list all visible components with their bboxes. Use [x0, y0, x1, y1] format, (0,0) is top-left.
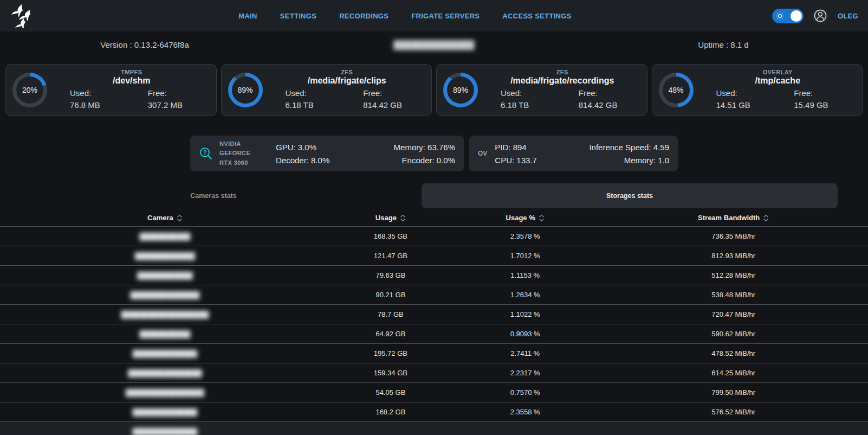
table-row: ████████████████ 159.34 GB 2.2317 % 614.…	[0, 363, 868, 383]
nav-item-settings[interactable]: SETTINGS	[280, 12, 316, 20]
user-icon	[813, 9, 827, 23]
usage-pct-cell: 2.3558 %	[451, 408, 599, 416]
storage-card-tmp-cache: 48% OVERLAY /tmp/cache Used: Free: 14.51…	[652, 64, 863, 116]
nav-item-recordings[interactable]: RECORDINGS	[339, 12, 388, 20]
table-row: ████████████ 79.63 GB 1.1153 % 512.28 Mi…	[0, 266, 868, 285]
camera-name-blurred: ███████████	[0, 233, 330, 240]
bandwidth-cell: 812.93 MiB/hr	[599, 252, 868, 260]
usage-cell: 90.21 GB	[330, 291, 451, 299]
camera-name-blurred: ███████████████████	[0, 311, 330, 318]
table-row: █████████████ 121.47 GB 1.7012 % 812.93 …	[0, 246, 868, 266]
detector-pid: PID: 894	[495, 143, 537, 152]
usage-pct-cell: 0.7570 %	[451, 388, 599, 396]
gpu-search-icon: ?	[199, 146, 213, 161]
free-label: Free:	[347, 87, 425, 100]
usage-cell: 64.92 GB	[330, 330, 451, 338]
hardware-cards-row: ? NVIDIA GEFORCE RTX 3060 GPU: 3.0% Deco…	[0, 136, 868, 171]
usage-pct-cell: 1.1153 %	[451, 271, 599, 279]
stats-tabs: Cameras stats Storages stats	[5, 183, 838, 208]
top-navbar: MAIN SETTINGS RECORDINGS FRIGATE SERVERS…	[0, 0, 868, 31]
main-navigation: MAIN SETTINGS RECORDINGS FRIGATE SERVERS…	[38, 12, 772, 20]
gpu-name: NVIDIA GEFORCE RTX 3060	[219, 139, 273, 167]
usage-cell: 54.05 GB	[330, 388, 451, 396]
free-value: 814.42 GB	[562, 99, 640, 112]
usage-cell: 78.7 GB	[330, 310, 451, 318]
camera-name-blurred: ████████████████	[0, 369, 330, 377]
donut-percent-label: 20%	[12, 73, 47, 107]
gpu-memory: Memory: 63.76%	[394, 143, 455, 152]
table-row: ███████████████████ 78.7 GB 1.1022 % 720…	[0, 305, 868, 324]
table-row: ██████████████ 195.72 GB 2.7411 % 478.52…	[0, 344, 868, 363]
free-label: Free:	[132, 87, 210, 100]
bandwidth-cell: 576.52 MiB/hr	[599, 408, 868, 416]
bandwidth-cell: 538.48 MiB/hr	[599, 291, 868, 299]
column-header-bandwidth[interactable]: Stream Bandwidth	[599, 214, 868, 222]
gpu-decoder: Decoder: 8.0%	[276, 156, 329, 165]
sort-icon	[539, 214, 545, 222]
usage-donut: 20%	[12, 73, 47, 107]
table-row: ██████████████ 168.2 GB 2.3558 % 576.52 …	[0, 402, 868, 422]
gpu-name-line1: NVIDIA GEFORCE	[219, 139, 273, 158]
used-label: Used:	[54, 87, 132, 100]
svg-text:?: ?	[203, 150, 206, 156]
column-header-usage-pct[interactable]: Usage %	[451, 214, 599, 222]
camera-name-blurred: ███████████	[0, 330, 330, 338]
usage-pct-cell: 2.3578 %	[451, 232, 599, 240]
table-row: ███████████ 64.92 GB 0.9093 % 590.62 MiB…	[0, 324, 868, 344]
storage-card-recordings: 89% ZFS /media/frigate/recordings Used: …	[436, 64, 647, 116]
column-label: Usage %	[506, 214, 535, 222]
nav-item-frigate-servers[interactable]: FRIGATE SERVERS	[411, 12, 480, 20]
gpu-usage: GPU: 3.0%	[276, 143, 329, 152]
frigate-logo-icon	[10, 3, 38, 29]
sun-icon	[776, 12, 784, 20]
bandwidth-cell: 799.50 MiB/hr	[599, 388, 868, 396]
table-row-partial: ██████████████	[0, 422, 868, 435]
mount-path: /tmp/cache	[700, 76, 856, 86]
bandwidth-cell: 736.35 MiB/hr	[599, 232, 868, 240]
bandwidth-cell: 720.47 MiB/hr	[599, 310, 868, 318]
username-label[interactable]: OLEG	[838, 12, 858, 20]
camera-name-blurred: ███████████████	[0, 291, 330, 299]
gpu-stats-card: ? NVIDIA GEFORCE RTX 3060 GPU: 3.0% Deco…	[190, 136, 464, 171]
tab-storages-stats[interactable]: Storages stats	[422, 183, 838, 208]
toggle-knob	[791, 10, 802, 22]
column-label: Stream Bandwidth	[698, 214, 760, 222]
usage-pct-cell: 1.2634 %	[451, 291, 599, 299]
camera-name-blurred: █████████████████	[0, 389, 330, 396]
column-header-camera[interactable]: Camera	[0, 214, 330, 222]
free-value: 814.42 GB	[347, 99, 425, 112]
usage-cell: 168.35 GB	[330, 232, 451, 240]
column-header-usage[interactable]: Usage	[330, 214, 451, 222]
usage-cell: 195.72 GB	[330, 349, 451, 357]
detector-cpu: CPU: 133.7	[495, 156, 537, 165]
user-avatar[interactable]	[812, 8, 829, 24]
status-bar: Version : 0.13.2-6476f8a ██████████████ …	[0, 31, 868, 57]
donut-percent-label: 48%	[659, 73, 694, 107]
mount-path: /media/frigate/clips	[269, 76, 425, 86]
free-value: 307.2 MB	[132, 99, 210, 112]
usage-pct-cell: 1.7012 %	[451, 252, 599, 260]
storage-cards-row: 20% TMPFS /dev/shm Used: Free: 76.8 MB 3…	[5, 64, 863, 116]
camera-name-blurred: ████████████	[0, 272, 330, 279]
free-label: Free:	[778, 87, 856, 100]
nav-item-access-settings[interactable]: ACCESS SETTINGS	[502, 12, 571, 20]
mount-path: /media/frigate/recordings	[484, 76, 640, 86]
usage-pct-cell: 2.7411 %	[451, 349, 599, 357]
usage-cell: 79.63 GB	[330, 271, 451, 279]
free-label: Free:	[562, 87, 640, 100]
usage-donut: 89%	[228, 73, 263, 107]
column-label: Camera	[147, 214, 173, 222]
sort-icon	[400, 214, 406, 222]
version-label: Version : 0.13.2-6476f8a	[0, 40, 289, 49]
detector-memory: Memory: 1.0	[589, 156, 669, 165]
detector-inference-speed: Inference Speed: 4.59	[589, 143, 669, 152]
tab-cameras-stats[interactable]: Cameras stats	[5, 183, 422, 208]
table-row: ███████████ 168.35 GB 2.3578 % 736.35 Mi…	[0, 227, 868, 246]
nav-item-main[interactable]: MAIN	[238, 12, 257, 20]
used-value: 76.8 MB	[54, 99, 132, 112]
bandwidth-cell: 590.62 MiB/hr	[599, 330, 868, 338]
fs-type-label: ZFS	[269, 69, 425, 75]
theme-toggle[interactable]	[772, 9, 804, 23]
storage-stats-table: Camera Usage Usage % Stream Bandwidth ██…	[0, 209, 868, 435]
usage-cell: 159.34 GB	[330, 369, 451, 377]
